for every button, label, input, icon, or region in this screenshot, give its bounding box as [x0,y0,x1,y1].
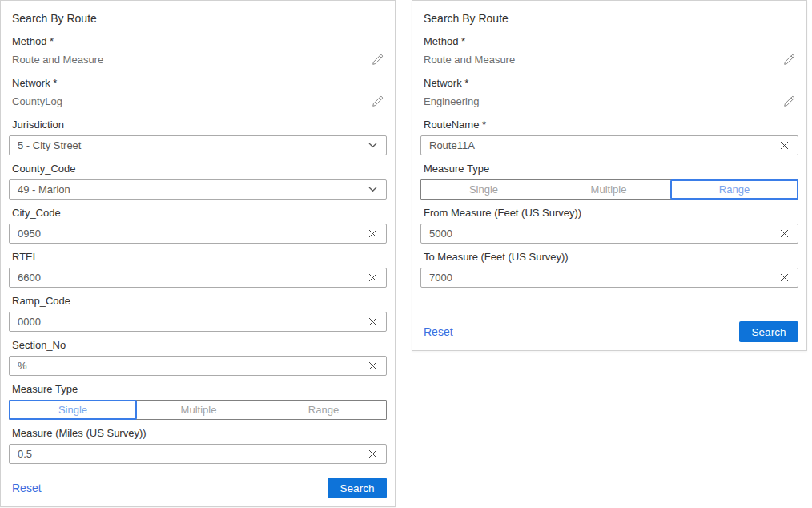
rtel-field: RTEL [9,251,387,288]
ramp-code-field: Ramp_Code [9,295,387,332]
network-value: CountyLog [12,95,62,107]
x-clear-icon[interactable] [778,228,790,240]
from-measure-input[interactable] [429,228,778,240]
reset-link[interactable]: Reset [424,325,453,338]
ramp-code-input[interactable] [18,316,367,328]
measure-type-segment-multiple[interactable]: Multiple [136,401,261,419]
section-no-field: Section_No [9,339,387,376]
rtel-input[interactable] [18,272,367,284]
rtel-label: RTEL [12,251,384,263]
measure-field: Measure (Miles (US Survey)) [9,427,387,464]
x-clear-icon[interactable] [367,360,379,372]
method-field: Method * Route and Measure [420,35,798,75]
route-name-label: RouteName * [424,119,795,131]
edit-pencil-icon[interactable] [783,95,795,107]
measure-type-segment-single[interactable]: Single [421,180,546,199]
search-button[interactable]: Search [739,321,798,342]
route-name-input[interactable] [429,139,778,151]
county-code-select-value: 49 - Marion [18,183,367,196]
measure-label: Measure (Miles (US Survey)) [12,427,384,439]
method-label: Method * [424,35,795,47]
x-clear-icon[interactable] [367,448,379,460]
measure-type-segment-single[interactable]: Single [9,400,137,420]
search-by-route-panel-left: Search By Route Method * Route and Measu… [0,0,396,507]
measure-type-label: Measure Type [12,383,384,395]
ramp-code-label: Ramp_Code [12,295,384,307]
city-code-field: City_Code [9,207,387,244]
network-label: Network * [12,77,384,89]
method-value: Route and Measure [12,54,103,66]
method-value: Route and Measure [424,54,515,66]
network-field: Network * Engineering [420,77,798,117]
edit-pencil-icon[interactable] [372,54,384,66]
route-name-field: RouteName * [420,119,798,155]
chevron-down-icon [367,141,379,150]
section-no-input[interactable] [18,360,367,372]
county-code-field: County_Code 49 - Marion [9,163,387,200]
measure-type-field: Measure Type Single Multiple Range [9,383,387,420]
city-code-label: City_Code [12,207,384,219]
to-measure-field: To Measure (Feet (US Survey)) [420,251,798,288]
network-field: Network * CountyLog [9,77,387,117]
measure-type-segment-range[interactable]: Range [670,179,798,200]
city-code-input[interactable] [18,228,367,240]
method-label: Method * [12,35,384,47]
x-clear-icon[interactable] [778,139,790,151]
measure-type-segment-multiple[interactable]: Multiple [546,180,671,199]
measure-type-segment-range[interactable]: Range [261,401,386,419]
network-label: Network * [424,77,795,89]
measure-type-label: Measure Type [424,163,795,175]
panel-title: Search By Route [424,12,795,25]
section-no-label: Section_No [12,339,384,351]
method-field: Method * Route and Measure [9,35,387,75]
edit-pencil-icon[interactable] [783,54,795,66]
x-clear-icon[interactable] [367,272,379,284]
chevron-down-icon [367,185,379,194]
jurisdiction-field: Jurisdiction 5 - City Street [9,119,387,155]
search-by-route-panel-right: Search By Route Method * Route and Measu… [412,0,807,351]
x-clear-icon[interactable] [367,228,379,240]
panel-footer: Reset Search [420,321,798,342]
network-value: Engineering [424,95,479,107]
from-measure-field: From Measure (Feet (US Survey)) [420,207,798,244]
reset-link[interactable]: Reset [12,482,42,494]
to-measure-input[interactable] [429,272,778,284]
measure-type-field: Measure Type Single Multiple Range [420,163,798,200]
jurisdiction-select-value: 5 - City Street [18,139,367,151]
jurisdiction-select[interactable]: 5 - City Street [9,135,387,155]
county-code-select[interactable]: 49 - Marion [9,179,387,200]
to-measure-label: To Measure (Feet (US Survey)) [424,251,795,263]
search-button[interactable]: Search [328,478,387,498]
edit-pencil-icon[interactable] [372,95,384,107]
x-clear-icon[interactable] [778,272,790,284]
measure-input[interactable] [18,448,367,460]
from-measure-label: From Measure (Feet (US Survey)) [424,207,795,219]
measure-type-segmented-control: Single Multiple Range [9,400,387,420]
jurisdiction-label: Jurisdiction [12,119,384,131]
county-code-label: County_Code [12,163,384,175]
panel-title: Search By Route [12,12,384,25]
x-clear-icon[interactable] [367,316,379,328]
measure-type-segmented-control: Single Multiple Range [420,179,798,200]
panel-footer: Reset Search [9,478,387,498]
